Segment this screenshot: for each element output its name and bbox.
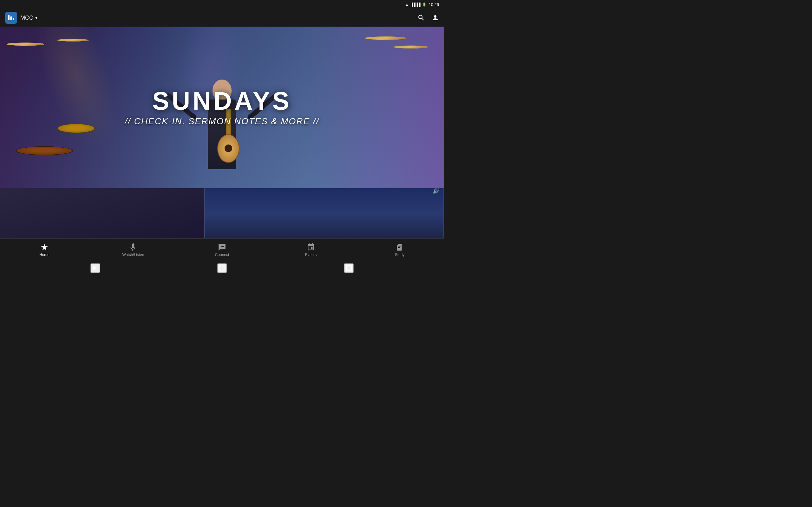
right-card-inner: 🔊 — [205, 188, 444, 243]
calendar-icon — [307, 243, 315, 251]
logo-icon — [7, 14, 15, 21]
nav-item-events[interactable]: Events — [266, 239, 355, 261]
status-bar: ▲ ▐▐▐▐ 🔋 10:26 — [0, 0, 444, 9]
left-card-inner — [0, 188, 213, 244]
app-logo[interactable] — [5, 12, 17, 24]
hero-title: SUNDAYS — [125, 89, 319, 114]
right-video-card[interactable]: 🔊 — [204, 188, 444, 243]
svg-rect-1 — [10, 16, 12, 20]
bottom-nav: Home Watch/Listen Connect Events Study — [0, 238, 444, 261]
left-content-card[interactable] — [0, 188, 213, 244]
connect-chat-icon — [218, 243, 226, 251]
top-nav: MCC ▾ — [0, 9, 444, 26]
hero-text-overlay: SUNDAYS // CHECK-IN, SERMON NOTES & MORE… — [125, 89, 319, 126]
hero-background: SUNDAYS // CHECK-IN, SERMON NOTES & MORE… — [0, 26, 444, 188]
guitar-hole — [224, 145, 232, 152]
nav-label-study: Study — [395, 252, 405, 257]
search-button[interactable] — [417, 14, 425, 21]
content-section: 🔊 — [0, 188, 444, 244]
status-icons: ▲ ▐▐▐▐ 🔋 10:26 — [405, 2, 439, 7]
chevron-down-icon: ▾ — [35, 15, 38, 20]
nav-item-study[interactable]: Study — [355, 239, 444, 261]
top-nav-right — [417, 14, 439, 21]
volume-icon[interactable]: 🔊 — [433, 188, 440, 194]
home-icon — [218, 265, 225, 272]
nav-label-connect: Connect — [215, 252, 229, 257]
nav-label-watch-listen: Watch/Listen — [122, 252, 144, 257]
status-time: 10:26 — [428, 2, 439, 7]
book-icon — [396, 243, 404, 251]
guitar-body — [217, 134, 240, 163]
search-icon — [417, 14, 425, 21]
signal-icon: ▐▐▐▐ — [410, 3, 420, 6]
recent-icon — [346, 265, 352, 271]
stage-right — [311, 26, 444, 188]
back-icon — [93, 266, 97, 271]
android-home-button[interactable] — [217, 263, 227, 273]
android-nav-bar — [0, 261, 444, 275]
svg-rect-0 — [8, 15, 9, 20]
battery-icon: 🔋 — [422, 3, 426, 7]
home-star-icon — [40, 243, 49, 251]
hero-subtitle: // CHECK-IN, SERMON NOTES & MORE // — [125, 116, 319, 126]
android-recent-button[interactable] — [344, 263, 354, 273]
org-name: MCC — [20, 14, 33, 21]
svg-rect-2 — [13, 18, 14, 20]
profile-button[interactable] — [432, 14, 439, 21]
nav-label-home: Home — [39, 252, 49, 257]
nav-item-home[interactable]: Home — [0, 239, 89, 261]
account-icon — [432, 14, 439, 21]
org-dropdown-button[interactable]: MCC ▾ — [20, 14, 38, 21]
android-back-button[interactable] — [90, 263, 100, 273]
mic-icon — [129, 243, 137, 251]
wifi-icon: ▲ — [405, 3, 409, 6]
nav-label-events: Events — [305, 252, 317, 257]
video-bg — [205, 188, 444, 243]
nav-item-connect[interactable]: Connect — [177, 239, 266, 261]
hero-section[interactable]: SUNDAYS // CHECK-IN, SERMON NOTES & MORE… — [0, 26, 444, 188]
top-nav-left: MCC ▾ — [5, 12, 38, 24]
nav-item-watch-listen[interactable]: Watch/Listen — [89, 239, 177, 261]
